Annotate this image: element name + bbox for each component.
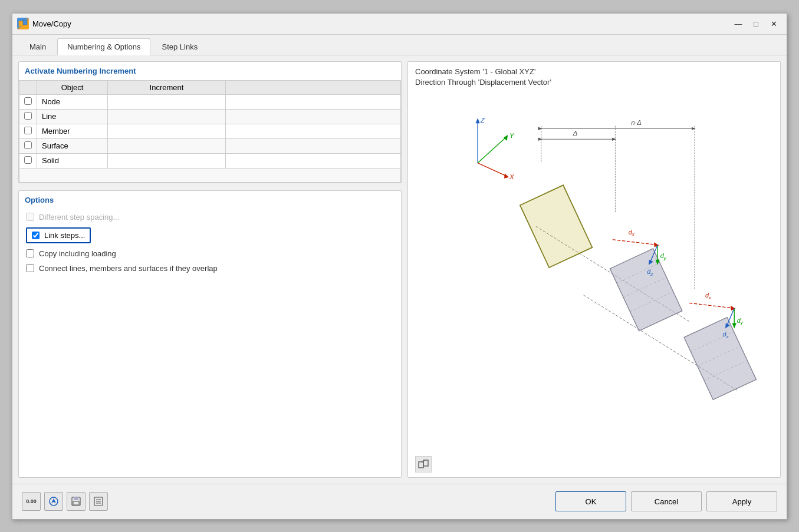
link-steps-highlighted-row: Link steps... <box>26 227 91 243</box>
diagram-area: Z Y X Δ n·Δ <box>408 94 780 454</box>
diagram-header: Coordinate System '1 - Global XYZ' Direc… <box>408 62 780 90</box>
app-icon <box>17 18 29 29</box>
line-label: Line <box>37 109 108 124</box>
connect-lines-checkbox[interactable] <box>26 264 34 272</box>
surface-increment <box>108 138 226 153</box>
svg-line-5 <box>478 136 507 163</box>
title-bar: Move/Copy — □ ✕ <box>12 14 787 35</box>
node-increment <box>108 94 226 109</box>
svg-rect-54 <box>73 501 79 505</box>
svg-rect-25 <box>684 317 756 399</box>
node-checkbox[interactable] <box>24 97 32 105</box>
diagram-line2: Direction Through 'Displacement Vector' <box>415 77 773 88</box>
option-different-step-spacing: Different step spacing... <box>26 213 394 222</box>
svg-marker-6 <box>504 135 508 141</box>
svg-text:Y: Y <box>509 131 515 138</box>
svg-marker-51 <box>51 498 56 503</box>
node-label: Node <box>37 94 108 109</box>
option-connect-lines: Connect lines, members and surfaces if t… <box>26 264 394 273</box>
toolbar-btn-number[interactable]: 0.00 <box>22 492 41 511</box>
table-row: Line <box>19 109 401 124</box>
options-body: Different step spacing... Link steps... … <box>19 207 401 279</box>
toolbar-area: 0.00 <box>22 492 555 511</box>
svg-marker-9 <box>504 173 509 178</box>
svg-rect-21 <box>610 248 682 331</box>
surface-checkbox[interactable] <box>24 141 32 149</box>
option-copy-loading: Copy including loading <box>26 249 394 258</box>
solid-label: Solid <box>37 153 108 168</box>
solid-checkbox[interactable] <box>24 156 32 164</box>
apply-button[interactable]: Apply <box>706 491 777 511</box>
window-controls: — □ ✕ <box>730 16 782 31</box>
table-row-empty <box>19 168 401 182</box>
svg-rect-20 <box>520 185 592 267</box>
svg-text:n·Δ: n·Δ <box>631 118 642 126</box>
table-row: Member <box>19 124 401 138</box>
cancel-button[interactable]: Cancel <box>631 491 702 511</box>
svg-text:Δ: Δ <box>573 128 578 136</box>
options-section: Options Different step spacing... Link s… <box>18 190 402 478</box>
maximize-button[interactable]: □ <box>748 16 764 31</box>
svg-rect-0 <box>19 21 23 26</box>
svg-text:Z: Z <box>480 116 485 124</box>
minimize-button[interactable]: — <box>730 16 747 31</box>
different-step-spacing-label: Different step spacing... <box>39 213 119 222</box>
tab-step-links[interactable]: Step Links <box>152 38 208 55</box>
toolbar-btn-arrow[interactable] <box>44 492 63 511</box>
tab-bar: Main Numbering & Options Step Links <box>12 35 787 55</box>
toolbar-btn-save[interactable] <box>67 492 86 511</box>
svg-marker-39 <box>731 305 736 310</box>
member-label: Member <box>37 124 108 138</box>
col-increment: Increment <box>108 80 226 94</box>
svg-text:dy: dy <box>737 316 744 325</box>
svg-text:dx: dx <box>705 292 712 300</box>
svg-rect-47 <box>419 462 423 468</box>
numbering-section: Activate Numbering Increment Object Incr… <box>18 61 402 183</box>
col-check <box>19 80 37 94</box>
svg-rect-53 <box>74 497 78 500</box>
content-area: Activate Numbering Increment Object Incr… <box>12 55 787 484</box>
option-link-steps-wrapper: Link steps... <box>26 227 394 243</box>
ok-button[interactable]: OK <box>555 491 626 511</box>
svg-marker-3 <box>476 118 480 123</box>
line-checkbox[interactable] <box>24 112 32 120</box>
col-extra <box>226 80 401 94</box>
window-title: Move/Copy <box>32 19 730 28</box>
line-increment <box>108 109 226 124</box>
close-button[interactable]: ✕ <box>765 16 782 31</box>
link-steps-label: Link steps... <box>44 231 85 240</box>
diagram-svg: Z Y X Δ n·Δ <box>408 94 780 454</box>
member-increment <box>108 124 226 138</box>
member-checkbox[interactable] <box>24 127 32 134</box>
surface-label: Surface <box>37 138 108 153</box>
different-step-spacing-checkbox[interactable] <box>26 213 34 221</box>
toolbar-btn-list[interactable] <box>89 492 108 511</box>
svg-line-38 <box>689 303 734 308</box>
tab-main[interactable]: Main <box>19 38 56 55</box>
svg-line-8 <box>478 163 507 176</box>
svg-marker-30 <box>654 242 659 247</box>
connect-lines-label: Connect lines, members and surfaces if t… <box>39 264 218 273</box>
svg-rect-1 <box>23 20 27 25</box>
left-panel: Activate Numbering Increment Object Incr… <box>18 61 402 478</box>
numbering-title: Activate Numbering Increment <box>19 62 401 78</box>
tab-numbering-options[interactable]: Numbering & Options <box>57 38 150 55</box>
right-panel: Coordinate System '1 - Global XYZ' Direc… <box>407 61 781 478</box>
table-row: Solid <box>19 153 401 168</box>
corner-icon[interactable] <box>415 456 432 472</box>
svg-line-29 <box>613 239 657 244</box>
copy-loading-label: Copy including loading <box>39 249 116 258</box>
diagram-line1: Coordinate System '1 - Global XYZ' <box>415 67 773 77</box>
solid-increment <box>108 153 226 168</box>
dialog-buttons: OK Cancel Apply <box>555 491 777 511</box>
copy-loading-checkbox[interactable] <box>26 249 34 257</box>
link-steps-checkbox[interactable] <box>32 232 40 239</box>
numbering-table: Object Increment Node <box>19 80 401 183</box>
options-title: Options <box>19 191 401 207</box>
main-window: Move/Copy — □ ✕ Main Numbering & Options… <box>12 13 787 520</box>
svg-text:dy: dy <box>660 252 667 261</box>
bottom-bar: 0.00 <box>12 484 787 519</box>
svg-marker-42 <box>732 323 736 328</box>
table-row: Surface <box>19 138 401 153</box>
svg-text:dx: dx <box>629 228 635 237</box>
